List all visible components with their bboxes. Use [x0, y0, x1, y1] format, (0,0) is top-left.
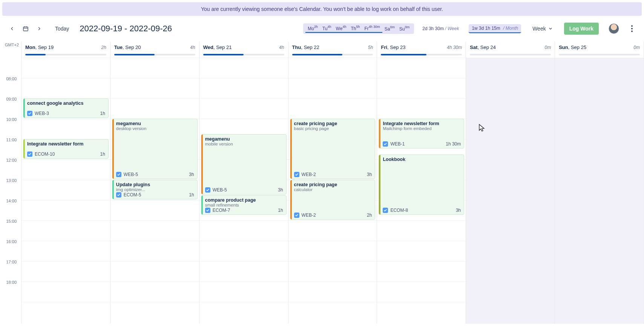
day-pill-su[interactable]: Su0m [397, 25, 412, 32]
day-header: Thu, Sep 225h [288, 41, 377, 52]
day-header: Fri, Sep 234h 30m [377, 41, 466, 52]
day-pill-fr[interactable]: Fr4h 30m [362, 24, 382, 33]
event-title: Lookbook [383, 157, 461, 162]
event-stripe [23, 99, 25, 118]
day-header: Tue, Sep 204h [110, 41, 199, 52]
day-pill-duration: 4h [342, 25, 346, 29]
event-issue-label: ECOM-5 [124, 192, 141, 197]
event-issue-key[interactable]: WEB-2 [294, 172, 316, 177]
next-week-button[interactable] [34, 23, 44, 34]
day-column[interactable]: Wed, Sep 214hmegamenumobile versionWEB-5… [199, 41, 288, 324]
day-pill-tu[interactable]: Tu4h [320, 24, 334, 33]
event-issue-label: WEB-5 [124, 172, 138, 177]
calendar-event[interactable]: Integrate newsletter formMailchimp form … [379, 119, 464, 148]
event-stripe [379, 155, 380, 214]
day-header-name: Thu, Sep 22 [292, 44, 319, 50]
event-subtitle: Mailchimp form embeded [383, 126, 461, 131]
day-header-duration: 0m [544, 45, 551, 50]
day-column[interactable]: Sun, Sep 250m [555, 41, 644, 324]
event-issue-key[interactable]: WEB-2 [294, 213, 316, 218]
day-pill-abbr: We [336, 26, 343, 31]
day-body[interactable]: megamenumobile versionWEB-53hcompare pro… [199, 58, 288, 324]
day-column[interactable]: Mon, Sep 192hconnect google analyticsWEB… [21, 41, 110, 324]
day-column[interactable]: Fri, Sep 234h 30mIntegrate newsletter fo… [377, 41, 466, 324]
day-header-duration: 4h [279, 45, 284, 50]
prev-week-button[interactable] [7, 23, 17, 34]
event-issue-key[interactable]: ECOM-10 [27, 152, 55, 157]
hour-label: 09:00 [0, 99, 19, 120]
day-body[interactable]: megamenudesktop versionWEB-53hUpdate plu… [110, 58, 199, 324]
calendar-event[interactable]: create pricing pagebasic pricing pageWEB… [290, 119, 376, 179]
day-header: Sat, Sep 240m [466, 41, 555, 52]
calendar-event[interactable]: megamenudesktop versionWEB-53h [112, 119, 198, 179]
issue-checkbox-icon [27, 111, 32, 116]
event-subtitle: desktop version [116, 126, 194, 131]
event-duration: 1h [100, 152, 105, 157]
calendar-event[interactable]: compare product pagesmall refinementsECO… [201, 195, 287, 215]
calendar-event[interactable]: LookbookECOM-83h [379, 155, 464, 215]
event-issue-label: WEB-3 [35, 111, 49, 116]
day-body[interactable]: Integrate newsletter formMailchimp form … [377, 58, 466, 324]
event-title: Integrate newsletter form [27, 141, 105, 147]
event-issue-key[interactable]: WEB-5 [205, 187, 227, 193]
day-pill-abbr: Fr [364, 26, 368, 31]
event-issue-label: WEB-5 [213, 187, 227, 193]
calendar-event[interactable]: megamenumobile versionWEB-53h [201, 134, 287, 194]
day-pill-we[interactable]: We4h [334, 24, 349, 33]
day-pill-sa[interactable]: Sa0m [382, 25, 397, 32]
view-select[interactable]: Week [532, 26, 553, 32]
day-progress-bar [114, 54, 195, 55]
event-stripe [290, 180, 292, 219]
event-issue-key[interactable]: ECOM-5 [116, 192, 141, 197]
hour-label: 15:00 [0, 222, 19, 242]
day-body[interactable] [555, 58, 644, 324]
day-totals-pills: Mo2hTu4hWe4hTh5hFr4h 30mSa0mSu0m [303, 23, 414, 34]
today-button[interactable]: Today [55, 26, 69, 32]
event-issue-key[interactable]: ECOM-7 [205, 208, 230, 213]
issue-checkbox-icon [294, 172, 299, 177]
user-avatar[interactable] [609, 23, 619, 34]
issue-checkbox-icon [383, 141, 388, 147]
day-body[interactable] [466, 58, 555, 324]
hour-label: 13:00 [0, 181, 19, 201]
time-gutter: GMT+2 08:0009:0010:0011:0012:0013:0014:0… [0, 41, 21, 324]
event-subtitle: img optimizer... [116, 187, 194, 192]
month-total-pill[interactable]: 1w 3d 1h 15m / Month [469, 24, 521, 33]
day-column[interactable]: Tue, Sep 204hmegamenudesktop versionWEB-… [110, 41, 199, 324]
month-total-value: 1w 3d 1h 15m [472, 26, 500, 31]
calendar-event[interactable]: connect google analyticsWEB-31h [23, 98, 109, 118]
more-menu-button[interactable] [627, 23, 637, 34]
calendar-event[interactable]: Integrate newsletter formECOM-101h [23, 139, 109, 159]
hour-label: 16:00 [0, 242, 19, 262]
date-picker-button[interactable] [20, 23, 31, 34]
day-column[interactable]: Sat, Sep 240m [466, 41, 555, 324]
calendar-event[interactable]: Update pluginsimg optimizer...ECOM-51h [112, 180, 198, 199]
day-pill-abbr: Sa [385, 26, 390, 32]
event-duration: 1h [278, 208, 283, 213]
issue-checkbox-icon [294, 213, 299, 218]
event-issue-key[interactable]: WEB-5 [116, 172, 138, 177]
chevron-left-icon [10, 26, 14, 31]
day-body[interactable]: connect google analyticsWEB-31hIntegrate… [21, 58, 110, 324]
event-title: connect google analytics [27, 101, 105, 106]
event-issue-key[interactable]: WEB-1 [383, 141, 405, 147]
event-title: compare product page [205, 197, 283, 203]
day-progress-bar [25, 54, 106, 55]
event-issue-key[interactable]: WEB-3 [27, 111, 49, 116]
day-column[interactable]: Thu, Sep 225hcreate pricing pagebasic pr… [288, 41, 377, 324]
issue-checkbox-icon [205, 187, 210, 193]
calendar-event[interactable]: create pricing pagecalculatorWEB-22h [290, 180, 376, 220]
event-duration: 3h [189, 172, 194, 177]
day-header-duration: 5h [368, 45, 373, 50]
event-issue-key[interactable]: ECOM-8 [383, 208, 408, 213]
day-pill-mo[interactable]: Mo2h [305, 24, 320, 33]
day-pill-duration: 4h 30m [369, 25, 380, 29]
day-header-duration: 4h [190, 45, 195, 50]
day-pill-abbr: Su [399, 26, 405, 32]
event-duration: 2h [367, 213, 372, 218]
log-work-button[interactable]: Log Work [564, 23, 599, 35]
event-issue-label: WEB-1 [390, 141, 405, 147]
day-body[interactable]: create pricing pagebasic pricing pageWEB… [288, 58, 377, 324]
day-pill-th[interactable]: Th5h [348, 24, 362, 33]
hour-label: 17:00 [0, 262, 19, 283]
